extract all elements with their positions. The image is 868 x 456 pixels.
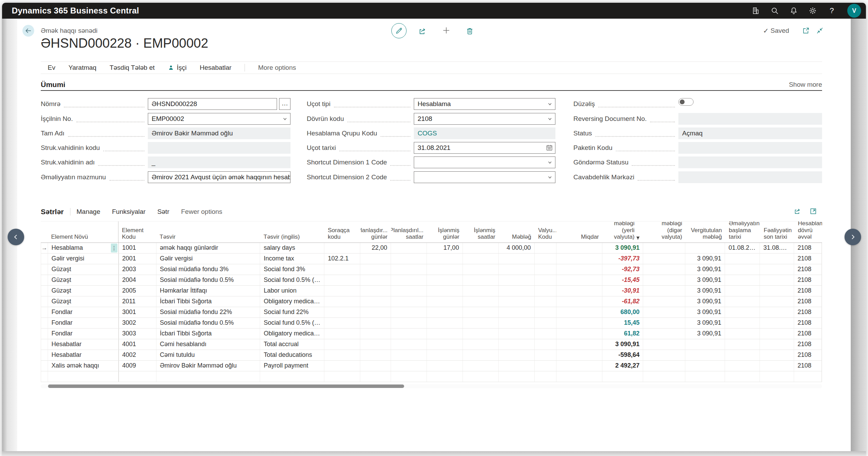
cell-qty[interactable] — [556, 339, 602, 350]
cell-plan-hours[interactable] — [391, 275, 427, 285]
cell-worked-days[interactable] — [427, 350, 463, 360]
cell-qty[interactable] — [556, 318, 602, 328]
cell-end-date[interactable] — [760, 275, 794, 285]
cell-ref[interactable] — [324, 243, 360, 253]
cell-desc[interactable]: Sosial müdafiə fondu 0.5% — [156, 318, 260, 328]
cell-taxable[interactable]: 3 090,91 — [685, 329, 725, 339]
cell-taxable[interactable] — [685, 243, 725, 253]
cell-start-date[interactable]: 01.08.2021 — [725, 243, 760, 253]
cell-start-date[interactable] — [725, 307, 760, 317]
cell-end-date[interactable] — [760, 318, 794, 328]
cell-code[interactable]: 2005 — [119, 286, 156, 296]
cell-salary-local[interactable]: 3 090,91 — [602, 243, 643, 253]
cell-ref[interactable] — [324, 296, 360, 307]
cell-salary-other[interactable] — [643, 350, 685, 360]
share-button[interactable] — [418, 27, 427, 36]
cell-amount[interactable] — [499, 339, 535, 350]
cell-plan-hours[interactable] — [391, 329, 427, 339]
cell-desc-en[interactable]: Obligatory medical insu... — [260, 329, 324, 339]
cell-worked-hours[interactable] — [463, 296, 499, 307]
cell-salary-local[interactable]: -92,73 — [602, 264, 643, 275]
cell-type[interactable]: Güzəşt — [48, 264, 119, 275]
action-menu-item-ev[interactable]: Ev — [48, 64, 55, 72]
cell-type[interactable]: Güzəşt — [48, 286, 119, 296]
table-row[interactable] — [41, 371, 822, 382]
cell-plan-days[interactable] — [360, 307, 391, 317]
cell-desc-en[interactable]: Social fund 0.5% (unem... — [260, 318, 324, 328]
cell-desc-en[interactable]: Total accrual — [260, 339, 324, 350]
table-row-selected[interactable]: →Hesablama⋮1001əmək haqqı günlərdirsalar… — [41, 243, 822, 254]
field-input-n-mr[interactable]: ƏHSND000228 — [148, 98, 277, 110]
cell-amount[interactable] — [499, 275, 535, 285]
cell-taxable[interactable]: 3 090,91 — [685, 318, 725, 328]
cell-ref[interactable] — [324, 361, 360, 371]
horizontal-scrollbar[interactable] — [41, 384, 822, 388]
column-header-desc[interactable]: Təsvir — [156, 221, 260, 243]
cell-plan-days[interactable] — [360, 329, 391, 339]
cell-end-date[interactable] — [760, 264, 794, 275]
cell-ref[interactable]: 102.2.1 — [324, 254, 360, 264]
scrollbar-thumb[interactable] — [48, 384, 404, 388]
cell-type[interactable]: Fondlar — [48, 329, 119, 339]
cell-ref[interactable] — [324, 339, 360, 350]
cell-amount[interactable] — [499, 329, 535, 339]
cell-start-date[interactable] — [725, 329, 760, 339]
cell-code[interactable]: 1001 — [119, 243, 156, 253]
cell-desc[interactable]: Həmkarlar İttifaqı — [156, 286, 260, 296]
cell-worked-days[interactable] — [427, 339, 463, 350]
field-input-m-liyyat-n-m-zmunu[interactable]: Əmirov 2021 Avqust üçün əmək haqqının he… — [148, 171, 290, 183]
cell-plan-hours[interactable] — [391, 286, 427, 296]
cell-amount[interactable]: 4 000,00 — [499, 243, 535, 253]
cell-start-date[interactable] — [725, 339, 760, 350]
table-row[interactable]: Fondlar3003İcbari Tibbi SığortaObligator… — [41, 329, 822, 339]
field-combo-d-vr-n-kodu[interactable]: 2108 — [414, 113, 555, 125]
cell-amount[interactable] — [499, 318, 535, 328]
cell-amount[interactable] — [499, 361, 535, 371]
field-combo-i-ilnin-no[interactable]: EMP00002 — [148, 113, 290, 125]
cell-code[interactable]: 2011 — [119, 296, 156, 307]
table-row[interactable]: Gəlir vergisi2001Gəlir vergisiIncome tax… — [41, 254, 822, 264]
cell-desc[interactable]: İcbari Tibbi Sığorta — [156, 329, 260, 339]
cell-code[interactable]: 4001 — [119, 339, 156, 350]
cell-ref[interactable] — [324, 307, 360, 317]
cell-currency[interactable] — [535, 275, 556, 285]
cell-amount[interactable] — [499, 307, 535, 317]
cell-code[interactable]: 2004 — [119, 275, 156, 285]
cell-start-date[interactable] — [725, 361, 760, 371]
cell-plan-hours[interactable] — [391, 243, 427, 253]
cell-ref[interactable] — [324, 275, 360, 285]
cell-qty[interactable] — [556, 286, 602, 296]
cell-currency[interactable] — [535, 296, 556, 307]
cell-plan-days[interactable] — [360, 361, 391, 371]
cell-plan-days[interactable] — [360, 275, 391, 285]
cell-salary-other[interactable] — [643, 339, 685, 350]
column-header-plan-hours[interactable]: Planlaşdırıl... saatlar — [391, 221, 427, 243]
cell-end-date[interactable] — [760, 339, 794, 350]
cell-currency[interactable] — [535, 361, 556, 371]
column-header-currency[interactable]: Valyu... Kodu — [535, 221, 556, 243]
cell-desc-en[interactable]: salary days — [260, 243, 324, 253]
cell-salary-other[interactable] — [643, 243, 685, 253]
cell-taxable[interactable] — [685, 350, 725, 360]
cell-taxable[interactable]: 3 090,91 — [685, 307, 725, 317]
cell-currency[interactable] — [535, 371, 556, 382]
cell-worked-days[interactable] — [427, 318, 463, 328]
cell-salary-local[interactable]: 61,82 — [602, 329, 643, 339]
cell-worked-hours[interactable] — [463, 371, 499, 382]
cell-qty[interactable] — [556, 243, 602, 253]
column-header-code[interactable]: Element Kodu — [118, 221, 156, 243]
cell-taxable[interactable]: 3 090,91 — [685, 264, 725, 275]
cell-salary-local[interactable]: 15,45 — [602, 318, 643, 328]
cell-qty[interactable] — [556, 275, 602, 285]
cell-code[interactable]: 3003 — [119, 329, 156, 339]
cell-salary-other[interactable] — [643, 286, 685, 296]
cell-salary-other[interactable] — [643, 361, 685, 371]
cell-ref[interactable] — [324, 371, 360, 382]
cell-plan-hours[interactable] — [391, 296, 427, 307]
cell-desc-en[interactable]: Social fond 3% — [260, 264, 324, 275]
action-menu-item-t-sdiq-t-l-b-et[interactable]: Təsdiq Tələb et — [109, 64, 155, 72]
action-menu-item-hesabatlar[interactable]: Hesabatlar — [200, 64, 231, 72]
cell-worked-days[interactable] — [427, 361, 463, 371]
cell-ref[interactable] — [324, 264, 360, 275]
cell-desc-en[interactable]: Social fond 0.5% (unem... — [260, 275, 324, 285]
